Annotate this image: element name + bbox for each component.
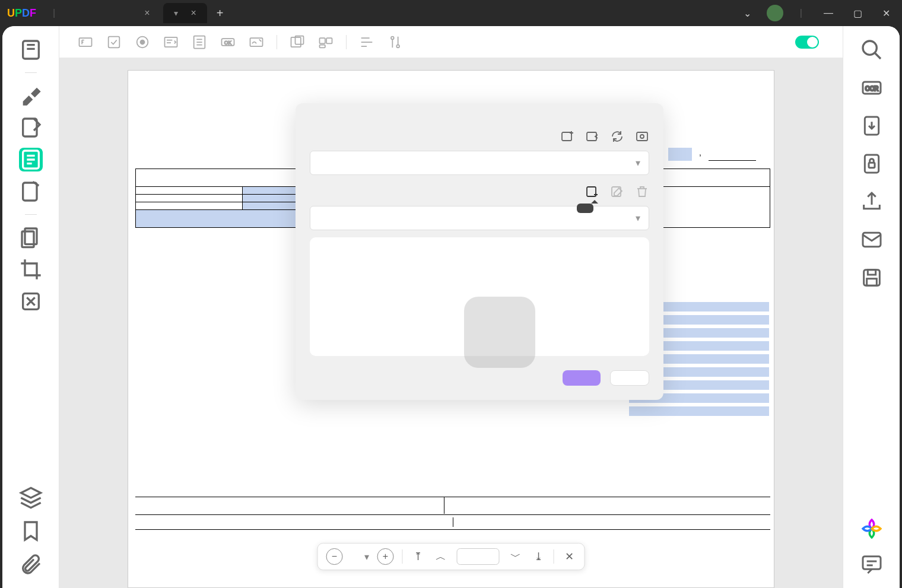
button-field-icon[interactable]: OK — [220, 34, 236, 50]
organize-icon[interactable] — [19, 180, 43, 204]
digital-id-select[interactable]: ▾ — [310, 151, 649, 175]
preview-toggle[interactable] — [795, 36, 819, 49]
edit-appearance-icon[interactable] — [610, 185, 624, 199]
maximize-button[interactable]: ▢ — [849, 5, 867, 21]
next-page-icon[interactable]: ﹀ — [508, 549, 523, 564]
form-icon[interactable] — [19, 148, 43, 171]
svg-rect-38 — [866, 279, 876, 286]
reader-icon[interactable] — [19, 38, 43, 62]
first-page-icon[interactable]: ⤒ — [411, 550, 425, 563]
svg-rect-33 — [865, 155, 878, 173]
svg-point-10 — [141, 40, 145, 44]
create-appearance-icon[interactable] — [585, 185, 599, 199]
svg-rect-16 — [291, 37, 301, 46]
app-logo: UPDF — [7, 7, 36, 20]
chevron-down-icon[interactable]: ▾ — [364, 551, 369, 562]
sign-button[interactable] — [563, 370, 601, 386]
svg-rect-1 — [23, 119, 36, 136]
user-avatar[interactable] — [767, 5, 783, 21]
image-field-icon[interactable] — [289, 34, 306, 50]
ocr-icon[interactable]: OCR — [860, 76, 884, 100]
protect-icon[interactable] — [860, 152, 884, 176]
bookmark-icon[interactable] — [19, 519, 43, 543]
appearance-select[interactable]: ▾ — [310, 206, 649, 230]
convert-icon[interactable] — [860, 114, 884, 138]
checkbox-icon[interactable] — [106, 34, 122, 50]
page-navigation: − ▾ + ⤒ ︿ ﹀ ⤓ ✕ — [317, 543, 585, 570]
text-field-icon[interactable] — [77, 34, 94, 50]
share-icon[interactable] — [860, 190, 884, 214]
svg-point-22 — [396, 45, 399, 47]
date-field-icon[interactable] — [317, 34, 334, 50]
signature-preview — [310, 237, 649, 356]
import-id-icon[interactable] — [585, 129, 599, 144]
svg-rect-3 — [23, 183, 36, 201]
prev-page-icon[interactable]: ︿ — [433, 549, 449, 564]
svg-rect-19 — [326, 38, 332, 43]
listbox-icon[interactable] — [191, 34, 208, 50]
close-icon[interactable]: × — [191, 8, 196, 18]
dropdown-icon[interactable] — [163, 34, 179, 50]
cancel-button[interactable] — [610, 370, 649, 386]
ai-icon[interactable] — [860, 517, 884, 541]
close-nav-icon[interactable]: ✕ — [563, 550, 576, 563]
radio-icon[interactable] — [134, 34, 151, 50]
pages-icon[interactable] — [19, 225, 43, 249]
add-id-icon[interactable] — [560, 129, 574, 144]
email-icon[interactable] — [860, 228, 884, 252]
tab-banking[interactable]: × — [126, 3, 160, 23]
sign-document-dialog: ▾ ▾ — [296, 103, 663, 400]
form-toolbar: OK — [59, 26, 843, 58]
search-icon[interactable] — [860, 38, 884, 62]
minimize-button[interactable]: — — [819, 5, 838, 21]
preview-sig-icon[interactable] — [635, 129, 649, 144]
svg-rect-20 — [320, 45, 325, 47]
svg-rect-15 — [250, 38, 263, 46]
svg-rect-7 — [80, 38, 92, 46]
right-sidebar: OCR — [843, 26, 900, 588]
svg-rect-39 — [863, 557, 881, 570]
layers-icon[interactable] — [19, 486, 43, 510]
watermark-icon[interactable] — [19, 290, 43, 313]
svg-text:OK: OK — [224, 40, 231, 45]
svg-point-29 — [863, 41, 876, 55]
align-icon[interactable] — [358, 34, 375, 50]
zoom-in-button[interactable]: + — [377, 548, 394, 565]
svg-point-21 — [391, 36, 394, 39]
zoom-out-button[interactable]: − — [326, 548, 343, 565]
page-input[interactable] — [457, 548, 500, 565]
add-tab-button[interactable]: + — [217, 7, 224, 20]
chevron-down-icon[interactable]: ⌄ — [739, 5, 756, 21]
last-page-icon[interactable]: ⤓ — [532, 550, 545, 563]
highlighter-icon[interactable] — [19, 84, 43, 107]
attachment-icon[interactable] — [19, 552, 43, 576]
svg-rect-25 — [637, 132, 647, 141]
svg-rect-37 — [868, 270, 875, 275]
refresh-icon[interactable] — [610, 129, 624, 144]
delete-appearance-icon[interactable] — [635, 185, 649, 199]
edit-page-icon[interactable] — [19, 116, 43, 139]
crop-icon[interactable] — [19, 258, 43, 281]
svg-rect-34 — [869, 163, 875, 167]
tools-icon[interactable] — [387, 34, 404, 50]
separator: | — [53, 8, 55, 18]
left-sidebar — [2, 26, 59, 588]
svg-rect-8 — [109, 36, 120, 47]
svg-point-26 — [640, 135, 644, 138]
comment-icon[interactable] — [860, 552, 884, 576]
signature-field-icon[interactable] — [248, 34, 265, 50]
tab-financial[interactable]: ▾ × — [163, 3, 207, 23]
close-icon[interactable]: × — [144, 8, 150, 18]
separator: | — [800, 8, 802, 18]
svg-rect-18 — [320, 38, 325, 43]
create-tooltip — [577, 204, 593, 213]
chevron-down-icon[interactable]: ▾ — [174, 8, 178, 18]
svg-rect-23 — [562, 132, 571, 141]
save-icon[interactable] — [860, 266, 884, 290]
close-button[interactable]: ✕ — [878, 5, 895, 21]
svg-text:OCR: OCR — [865, 85, 878, 92]
